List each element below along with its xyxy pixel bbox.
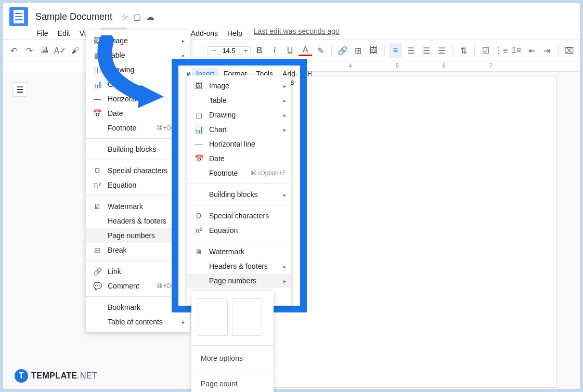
- omega-icon: Ω: [193, 212, 204, 220]
- menu-addons[interactable]: Add-ons: [187, 27, 222, 40]
- watermark-icon: 🗎: [193, 247, 204, 256]
- insert2-equation[interactable]: π²Equation: [187, 223, 291, 238]
- font-size-control[interactable]: − 14.5 +: [207, 46, 250, 55]
- page-number-option-1[interactable]: [198, 298, 228, 336]
- font-decrease-icon[interactable]: −: [208, 47, 218, 55]
- insert2-image[interactable]: 🖼Image▸: [187, 79, 291, 93]
- align-left-icon[interactable]: ≡: [389, 43, 403, 58]
- menu-help[interactable]: Help: [223, 27, 247, 40]
- image-icon[interactable]: 🖼: [367, 43, 380, 58]
- arrow-annotation: [91, 35, 169, 108]
- align-right-icon[interactable]: ☰: [420, 43, 433, 58]
- paint-format-icon[interactable]: 🖌: [69, 43, 82, 58]
- chevron-right-icon: ▸: [283, 192, 286, 198]
- insert-dropdown-overlay: 🖼Image▸ Table▸ ◫Drawing▸ 📊Chart▸ ―Horizo…: [187, 75, 291, 306]
- docs-icon[interactable]: [9, 7, 28, 26]
- clear-format-icon[interactable]: ⌧: [563, 43, 576, 58]
- chevron-right-icon: ▸: [283, 112, 286, 118]
- date-icon: 📅: [92, 109, 102, 117]
- insert2-table[interactable]: Table▸: [187, 93, 291, 108]
- chart-icon: 📊: [193, 125, 204, 134]
- insert2-page-numbers[interactable]: Page numbers▸: [187, 273, 291, 288]
- pi-icon: π²: [193, 226, 204, 234]
- chevron-right-icon: ▸: [283, 264, 286, 269]
- chevron-right-icon: ▸: [283, 127, 286, 133]
- font-size-value[interactable]: 14.5: [218, 47, 239, 55]
- drawing-icon: ◫: [193, 111, 204, 119]
- move-icon[interactable]: ▢: [133, 12, 141, 22]
- star-icon[interactable]: ☆: [121, 12, 128, 22]
- chevron-right-icon: ▸: [283, 83, 286, 89]
- link-icon[interactable]: 🔗: [336, 43, 349, 58]
- page-count[interactable]: Page count: [191, 374, 274, 392]
- page-numbers-submenu: More options Page count: [191, 291, 274, 392]
- document-title[interactable]: Sample Document: [35, 11, 112, 22]
- image-icon: 🖼: [193, 82, 204, 90]
- spellcheck-icon[interactable]: A✓: [54, 43, 67, 58]
- svg-marker-0: [138, 85, 164, 108]
- bold-icon[interactable]: B: [253, 43, 266, 58]
- line-icon: ―: [193, 140, 204, 148]
- brand-icon: T: [15, 369, 28, 383]
- page-number-option-2[interactable]: [232, 298, 262, 336]
- text-color-icon[interactable]: A: [299, 45, 312, 56]
- pi-icon: π²: [92, 181, 102, 189]
- break-icon: ⊟: [92, 246, 102, 254]
- undo-icon[interactable]: ↶: [7, 43, 21, 58]
- insert2-drawing[interactable]: ◫Drawing▸: [187, 108, 291, 122]
- highlight-icon[interactable]: ✎: [314, 43, 328, 58]
- insert2-hline[interactable]: ―Horizontal line: [187, 137, 291, 151]
- cloud-icon[interactable]: ☁: [146, 12, 154, 22]
- align-justify-icon[interactable]: ☰: [435, 43, 448, 58]
- insert2-special[interactable]: ΩSpecial characters: [187, 208, 291, 223]
- chevron-right-icon: ▸: [182, 319, 185, 325]
- underline-icon[interactable]: U: [283, 43, 297, 58]
- redo-icon[interactable]: ↷: [23, 43, 36, 58]
- number-list-icon[interactable]: 1≡: [510, 43, 523, 58]
- last-edit[interactable]: Last edit was seconds ago: [254, 27, 340, 40]
- chevron-right-icon: ▸: [182, 53, 185, 58]
- insert2-date[interactable]: 📅Date: [187, 151, 291, 166]
- comment-icon[interactable]: ⊞: [352, 43, 365, 58]
- align-center-icon[interactable]: ☰: [404, 43, 418, 58]
- insert-toc[interactable]: Table of contents▸: [86, 315, 190, 329]
- checklist-icon[interactable]: ☑: [479, 43, 493, 58]
- insert2-blocks[interactable]: Building blocks▸: [187, 187, 291, 202]
- omega-icon: Ω: [92, 166, 102, 175]
- bullet-list-icon[interactable]: ⋮≡: [495, 43, 508, 58]
- indent-decrease-icon[interactable]: ⇤: [525, 43, 539, 58]
- print-icon[interactable]: 🖶: [38, 43, 51, 58]
- comment-icon: 💬: [92, 282, 102, 290]
- chevron-right-icon: ▸: [182, 38, 185, 44]
- brand-logo: T TEMPLATE.NET: [15, 369, 97, 383]
- watermark-icon: 🗎: [92, 202, 102, 211]
- menu-file[interactable]: File: [32, 27, 53, 40]
- outline-icon[interactable]: ☰: [12, 82, 27, 97]
- chevron-right-icon: ▸: [283, 278, 286, 284]
- date-icon: 📅: [193, 154, 204, 163]
- font-increase-icon[interactable]: +: [240, 47, 250, 55]
- insert2-headers[interactable]: Headers & footers▸: [187, 259, 291, 273]
- menu-edit[interactable]: Edit: [54, 27, 74, 40]
- italic-icon[interactable]: I: [268, 43, 281, 58]
- insert2-watermark[interactable]: 🗎Watermark: [187, 244, 291, 259]
- link-icon: 🔗: [92, 267, 102, 276]
- more-options[interactable]: More options: [191, 349, 274, 368]
- indent-increase-icon[interactable]: ⇥: [540, 43, 554, 58]
- line-spacing-icon[interactable]: ⇅: [457, 43, 471, 58]
- insert2-footnote[interactable]: Footnote⌘+Option+F: [187, 166, 291, 180]
- insert2-chart[interactable]: 📊Chart▸: [187, 122, 291, 137]
- chevron-right-icon: ▸: [283, 98, 286, 103]
